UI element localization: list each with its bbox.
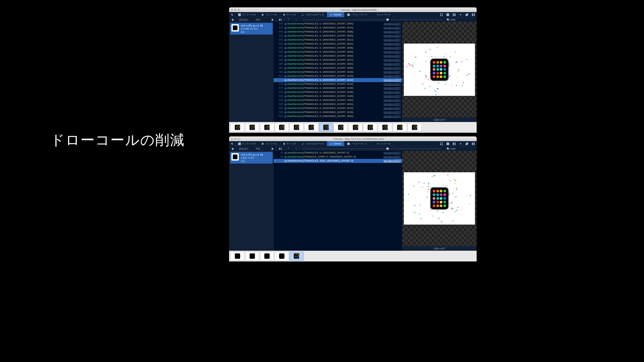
film-frame[interactable]: [348, 123, 363, 132]
call-row[interactable]: 561 gl.drawElements(TRIANGLES, 6, UNSIGN…: [274, 54, 402, 58]
clear-button[interactable]: 消去: [253, 17, 263, 22]
call-row[interactable]: 551 gl.drawElements(TRIANGLES, 6, UNSIGN…: [274, 34, 402, 38]
call-row[interactable]: 545 gl.drawElements(TRIANGLES, 6, UNSIGN…: [274, 22, 402, 26]
snapshot-save-link[interactable]: 保存: [241, 30, 263, 33]
search-input[interactable]: [450, 147, 474, 150]
traffic-lights[interactable]: [231, 9, 240, 11]
film-frame[interactable]: [378, 123, 392, 132]
toolbox-btn-2[interactable]: [445, 141, 451, 146]
step-over-button[interactable]: [277, 17, 284, 22]
tab-debugger[interactable]: デバッガ: [280, 12, 299, 17]
call-row[interactable]: 559 gl.drawElements(TRIANGLES, 6, UNSIGN…: [274, 50, 402, 54]
call-row[interactable]: 581 gl.drawElements(TRIANGLES, 6, UNSIGN…: [274, 94, 402, 98]
call-row[interactable]: 577 gl.drawElements(TRIANGLES, 6, UNSIGN…: [274, 86, 402, 90]
film-frame[interactable]: [245, 252, 259, 260]
step-in-button[interactable]: [284, 17, 292, 22]
search-box[interactable]: [445, 147, 477, 150]
film-frame[interactable]: [304, 123, 318, 132]
call-row[interactable]: 15 gl.drawElements(TRIANGLES, 6, UNSIGNE…: [274, 151, 402, 155]
film-frame[interactable]: [230, 123, 245, 132]
call-row[interactable]: 553 gl.drawElements(TRIANGLES, 6, UNSIGN…: [274, 38, 402, 42]
tab-debugger[interactable]: デバッガ: [280, 141, 299, 146]
toolbox-btn-1[interactable]: [438, 12, 445, 17]
step-out-button[interactable]: [292, 17, 300, 22]
call-row[interactable]: 35 gl.drawElements(TRIANGLE_STRIP, 6, UN…: [274, 155, 402, 159]
call-row[interactable]: 557 gl.drawElements(TRIANGLES, 6, UNSIGN…: [274, 46, 402, 50]
call-slider[interactable]: [300, 148, 445, 149]
record-button[interactable]: [229, 17, 237, 22]
toolbox-btn-1[interactable]: [438, 141, 445, 146]
step-out-button[interactable]: [292, 146, 300, 151]
film-frame[interactable]: [260, 252, 274, 260]
call-row[interactable]: 569 gl.drawElements(TRIANGLES, 6, UNSIGN…: [274, 70, 402, 74]
film-frame[interactable]: [275, 123, 289, 132]
film-frame[interactable]: [319, 123, 333, 132]
call-row[interactable]: 585 gl.drawElements(TRIANGLES, 6, UNSIGN…: [274, 102, 402, 106]
call-row[interactable]: 583 gl.drawElements(TRIANGLES, 6, UNSIGN…: [274, 98, 402, 102]
play-button[interactable]: [269, 17, 277, 22]
step-in-button[interactable]: [284, 146, 292, 151]
tab-picker[interactable]: [229, 141, 235, 146]
call-row[interactable]: 547 gl.drawElements(TRIANGLES, 6, UNSIGN…: [274, 26, 402, 30]
call-row[interactable]: 575 gl.drawElements(TRIANGLES, 6, UNSIGN…: [274, 82, 402, 86]
call-row[interactable]: 579 gl.drawElements(TRIANGLES, 6, UNSIGN…: [274, 90, 402, 94]
call-row[interactable]: ▸ 573 gl.drawElements(TRIANGLES, 6, UNSI…: [274, 78, 402, 82]
import-button[interactable]: 読み込む...: [237, 17, 253, 22]
call-row[interactable]: 555 gl.drawElements(TRIANGLES, 6, UNSIGN…: [274, 42, 402, 46]
calls-list[interactable]: 545 gl.drawElements(TRIANGLES, 6, UNSIGN…: [274, 22, 402, 122]
call-row[interactable]: 563 gl.drawElements(TRIANGLES, 6, UNSIGN…: [274, 58, 402, 62]
toolbox-popout[interactable]: [464, 141, 470, 146]
tab-network[interactable]: ネットワーク: [370, 12, 394, 17]
toolbox-popout[interactable]: [464, 12, 470, 17]
call-slider[interactable]: [300, 19, 445, 20]
call-row[interactable]: 549 gl.drawElements(TRIANGLES, 6, UNSIGN…: [274, 30, 402, 34]
tab-styleeditor[interactable]: スタイルエディタ: [299, 141, 327, 146]
call-row[interactable]: 591 gl.drawElements(TRIANGLES, 6, UNSIGN…: [274, 114, 402, 118]
tab-console[interactable]: コンソール: [259, 141, 280, 146]
toolbox-settings[interactable]: [458, 141, 464, 146]
toolbox-btn-2[interactable]: [445, 12, 451, 17]
search-box[interactable]: [445, 18, 477, 21]
clear-button[interactable]: 消去: [253, 146, 263, 151]
play-button[interactable]: [269, 146, 277, 151]
tab-inspector[interactable]: インスペクタ: [235, 12, 259, 17]
call-row[interactable]: 565 gl.drawElements(TRIANGLES, 6, UNSIGN…: [274, 62, 402, 66]
tab-canvas[interactable]: Canvas: [327, 141, 344, 146]
tab-console[interactable]: コンソール: [259, 12, 280, 17]
toolbox-close[interactable]: [470, 141, 477, 146]
call-row[interactable]: 571 gl.drawElements(TRIANGLES, 6, UNSIGN…: [274, 74, 402, 78]
traffic-lights[interactable]: [231, 138, 240, 140]
step-over-button[interactable]: [277, 146, 284, 151]
calls-list[interactable]: 15 gl.drawElements(TRIANGLES, 6, UNSIGNE…: [274, 151, 402, 251]
call-row[interactable]: ▸ 51 gl.drawElements(TRIANGLES, 1632, UN…: [274, 159, 402, 163]
film-frame[interactable]: [289, 252, 304, 260]
film-frame[interactable]: [275, 252, 289, 260]
tab-inspector[interactable]: インスペクタ: [235, 141, 259, 146]
call-row[interactable]: 589 gl.drawElements(TRIANGLES, 6, UNSIGN…: [274, 110, 402, 114]
tab-network[interactable]: ネットワーク: [370, 141, 394, 146]
film-frame[interactable]: [393, 123, 407, 132]
film-frame[interactable]: [260, 123, 274, 132]
snapshot-item[interactable]: スナップショット #1 275 描画, 593 命令 保存: [230, 23, 273, 35]
snapshot-item[interactable]: スナップショット #1 5 描画, 53 命令 保存: [230, 152, 273, 164]
record-button[interactable]: [229, 146, 237, 151]
tab-performance[interactable]: パフォーマンス: [344, 12, 370, 17]
call-row[interactable]: 587 gl.drawElements(TRIANGLES, 6, UNSIGN…: [274, 106, 402, 110]
tab-canvas[interactable]: Canvas: [327, 12, 344, 17]
toolbox-btn-3[interactable]: [451, 12, 458, 17]
snapshot-save-link[interactable]: 保存: [241, 159, 263, 162]
search-input[interactable]: [450, 18, 474, 21]
film-frame[interactable]: [408, 123, 422, 132]
toolbox-btn-3[interactable]: [451, 141, 458, 146]
tab-performance[interactable]: パフォーマンス: [344, 141, 370, 146]
tab-picker[interactable]: [229, 12, 235, 17]
film-frame[interactable]: [230, 252, 245, 260]
import-button[interactable]: 読み込む...: [237, 146, 253, 151]
toolbox-close[interactable]: [470, 12, 477, 17]
call-row[interactable]: 567 gl.drawElements(TRIANGLES, 6, UNSIGN…: [274, 66, 402, 70]
film-frame[interactable]: [334, 123, 348, 132]
toolbox-settings[interactable]: [458, 12, 464, 17]
film-frame[interactable]: [289, 123, 304, 132]
film-frame[interactable]: [245, 123, 259, 132]
film-frame[interactable]: [363, 123, 377, 132]
